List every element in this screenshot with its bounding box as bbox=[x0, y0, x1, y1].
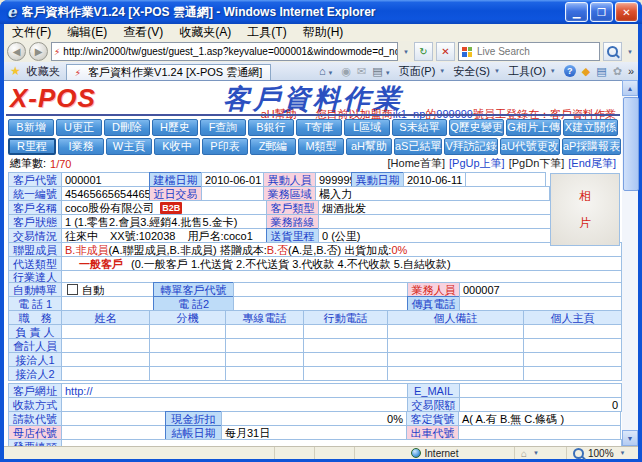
contact-cell[interactable] bbox=[523, 366, 622, 381]
customer-status-field[interactable]: 1 (1.零售2.會員3.經銷4.批售5.金卡) bbox=[61, 214, 267, 229]
modified-date-field[interactable]: 2010-06-11 bbox=[403, 172, 466, 187]
forward-button[interactable]: ▶ bbox=[29, 42, 48, 61]
btn-sales[interactable]: I業務 bbox=[58, 138, 104, 155]
btn-delete[interactable]: D刪除 bbox=[104, 119, 150, 136]
alliance-field[interactable]: B.非成員 (A.聯盟成員,B.非成員) 搭贈成本: B.否 (A.是,B.否)… bbox=[61, 242, 622, 257]
contact-cell[interactable] bbox=[523, 324, 622, 339]
menu-help[interactable]: 帮助(H) bbox=[295, 24, 352, 41]
pager-end[interactable]: [End尾筆] bbox=[568, 156, 616, 171]
home-icon[interactable]: ⌂▼ bbox=[319, 65, 336, 77]
minimize-button[interactable]: ▁ bbox=[565, 2, 588, 22]
custom-code-field[interactable]: A( A.有 B.無 C.條碼 ) bbox=[458, 411, 621, 426]
favorites-label[interactable]: 收藏夹 bbox=[27, 64, 66, 79]
contact-cell[interactable] bbox=[225, 352, 304, 367]
contact-cell[interactable] bbox=[225, 324, 304, 339]
help-icon[interactable]: ? bbox=[564, 65, 576, 77]
email-field[interactable] bbox=[459, 383, 622, 398]
btn-create-relation[interactable]: X建立關係 bbox=[563, 119, 618, 136]
page-menu[interactable]: 页面(P)▼ bbox=[399, 64, 448, 79]
created-date-button[interactable]: 建檔日期 bbox=[149, 172, 202, 187]
trade-status-field[interactable]: 往來中 XX號:102038 用戶名:coco1 bbox=[61, 228, 267, 243]
contact-cell[interactable] bbox=[387, 366, 524, 381]
btn-bank[interactable]: B銀行 bbox=[248, 119, 294, 136]
btn-open-orders[interactable]: S未結單 bbox=[392, 119, 447, 136]
scroll-up-icon[interactable]: ▲ bbox=[622, 80, 638, 96]
address-input[interactable]: ⚡ http://win2000/tw/guest/guest_1.asp?ke… bbox=[51, 42, 398, 61]
vertical-scrollbar[interactable]: ▲ ▼ bbox=[622, 80, 638, 446]
btn-print[interactable]: P印表 bbox=[202, 138, 248, 155]
pager-home[interactable]: [Home首筆] bbox=[388, 156, 445, 171]
contact-cell[interactable] bbox=[149, 338, 226, 353]
contact-cell[interactable] bbox=[303, 338, 388, 353]
salesperson-field[interactable]: 000007 bbox=[459, 282, 622, 297]
btn-query[interactable]: F查詢 bbox=[200, 119, 246, 136]
title-bar[interactable]: e 客戶資料作業V1.24 [X-POS 雲通網] - Windows Inte… bbox=[0, 0, 642, 24]
extra-icon-1[interactable]: ◆ bbox=[582, 65, 590, 78]
mail-icon[interactable]: ✉ bbox=[357, 65, 366, 78]
btn-homepage[interactable]: W主頁 bbox=[106, 138, 152, 155]
route-field[interactable] bbox=[318, 214, 553, 229]
created-date-field[interactable]: 2010-06-01 bbox=[201, 172, 264, 187]
address-dropdown-icon[interactable]: ▼ bbox=[401, 49, 411, 55]
refresh-button[interactable]: ↻ bbox=[414, 42, 433, 61]
scrollbar-thumb[interactable] bbox=[623, 97, 639, 191]
mileage-button[interactable]: 送貨里程 bbox=[266, 228, 319, 243]
menu-favorites[interactable]: 收藏夹(A) bbox=[171, 24, 239, 41]
phone2-field[interactable] bbox=[233, 296, 408, 311]
pager-pgup[interactable]: [PgUp上筆] bbox=[449, 156, 505, 171]
recent-trade-button[interactable]: 近日交易 bbox=[149, 186, 202, 201]
phone1-field[interactable] bbox=[61, 296, 154, 311]
maximize-button[interactable]: ❐ bbox=[590, 2, 613, 22]
transfer-code-button[interactable]: 轉單客戶代號 bbox=[153, 282, 234, 297]
contact-cell[interactable] bbox=[303, 366, 388, 381]
contact-cell[interactable] bbox=[61, 366, 150, 381]
auto-checkbox[interactable] bbox=[67, 284, 78, 295]
customer-type-field[interactable]: 烟酒批发 bbox=[318, 200, 553, 215]
contact-cell[interactable] bbox=[61, 352, 150, 367]
limit-field[interactable]: 0 bbox=[459, 397, 622, 412]
btn-help[interactable]: aH幫助 bbox=[346, 138, 392, 155]
phone2-button[interactable]: 電 話2 bbox=[153, 296, 234, 311]
pager-pgdn[interactable]: [PgDn下筆] bbox=[509, 156, 565, 171]
mileage-field[interactable]: 0 (公里) bbox=[318, 228, 553, 243]
btn-photo-upload[interactable]: G相片上傳 bbox=[506, 119, 561, 136]
btn-purchase-report[interactable]: aP採購報表 bbox=[562, 138, 621, 155]
back-button[interactable]: ◀ bbox=[7, 42, 26, 61]
contact-cell[interactable] bbox=[523, 352, 622, 367]
contact-cell[interactable] bbox=[149, 366, 226, 381]
contact-cell[interactable] bbox=[61, 338, 150, 353]
search-box[interactable] bbox=[458, 42, 600, 61]
search-go-button[interactable] bbox=[603, 42, 622, 61]
zoom-control[interactable]: 100% ▼ bbox=[566, 447, 638, 459]
billing-field[interactable] bbox=[61, 411, 166, 426]
close-button[interactable]: ✕ bbox=[615, 2, 638, 22]
contact-cell[interactable] bbox=[149, 324, 226, 339]
extra-icon-3[interactable]: ✿ bbox=[613, 65, 622, 78]
menu-file[interactable]: 文件(F) bbox=[4, 24, 59, 41]
print-icon[interactable]: ▤▼ bbox=[372, 65, 392, 78]
contact-cell[interactable] bbox=[149, 352, 226, 367]
auto-transfer-field[interactable]: 自動 bbox=[61, 282, 154, 297]
contact-cell[interactable] bbox=[387, 338, 524, 353]
scroll-down-icon[interactable]: ▼ bbox=[622, 430, 638, 446]
recent-trade-field[interactable] bbox=[201, 186, 264, 201]
btn-closed-orders[interactable]: aS已結單 bbox=[394, 138, 442, 155]
contact-cell[interactable] bbox=[61, 324, 150, 339]
contact-cell[interactable] bbox=[225, 338, 304, 353]
customer-code-field[interactable]: 000001 bbox=[61, 172, 150, 187]
search-input[interactable] bbox=[475, 45, 599, 58]
contact-cell[interactable] bbox=[303, 324, 388, 339]
toolbar-overflow-chevron[interactable]: » bbox=[628, 65, 634, 77]
discount-button[interactable]: 現金折扣 bbox=[165, 411, 222, 426]
btn-zipcode[interactable]: Z郵編 bbox=[250, 138, 296, 155]
stop-button[interactable]: ✕ bbox=[436, 42, 455, 61]
photo-placeholder[interactable]: 相 片 bbox=[550, 173, 620, 246]
menu-view[interactable]: 查看(V) bbox=[115, 24, 171, 41]
modifier-field[interactable]: 999999 bbox=[315, 172, 352, 187]
menu-tools[interactable]: 工具(T) bbox=[239, 24, 294, 41]
region-field[interactable]: 楊入力 bbox=[315, 186, 550, 201]
contact-cell[interactable] bbox=[523, 338, 622, 353]
extra-icon-2[interactable]: ▤ bbox=[596, 65, 606, 78]
customer-name-field[interactable]: coco股份有限公司 B2B bbox=[61, 200, 267, 215]
btn-history[interactable]: H歷史 bbox=[152, 119, 198, 136]
